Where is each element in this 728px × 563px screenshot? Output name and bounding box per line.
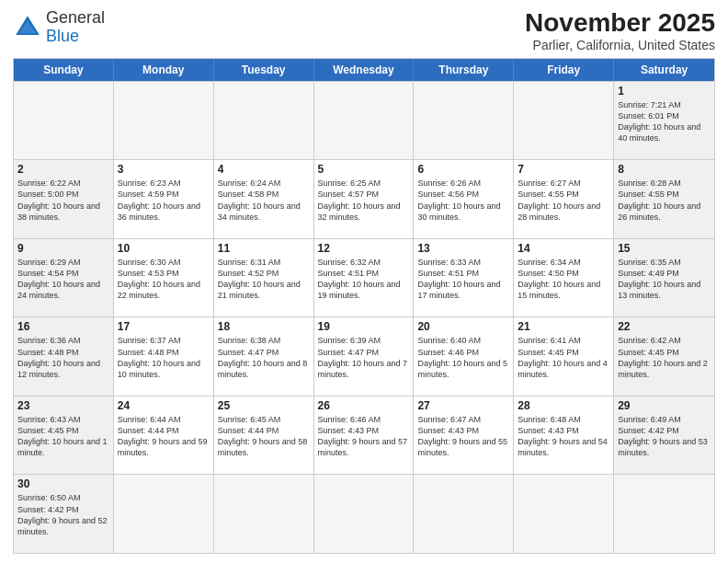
day-info: Sunrise: 6:31 AM Sunset: 4:52 PM Dayligh…	[218, 257, 310, 302]
day-info: Sunrise: 7:21 AM Sunset: 6:01 PM Dayligh…	[618, 99, 711, 144]
calendar-cell	[414, 82, 514, 160]
day-info: Sunrise: 6:28 AM Sunset: 4:55 PM Dayligh…	[618, 178, 711, 223]
day-info: Sunrise: 6:38 AM Sunset: 4:47 PM Dayligh…	[218, 335, 310, 380]
weekday-header-wednesday: Wednesday	[314, 59, 415, 81]
day-info: Sunrise: 6:22 AM Sunset: 5:00 PM Dayligh…	[17, 178, 109, 223]
day-info: Sunrise: 6:46 AM Sunset: 4:43 PM Dayligh…	[318, 414, 410, 459]
calendar-cell	[114, 82, 214, 160]
day-info: Sunrise: 6:41 AM Sunset: 4:45 PM Dayligh…	[518, 335, 609, 380]
weekday-header-tuesday: Tuesday	[214, 59, 314, 81]
logo-icon	[13, 13, 42, 42]
day-number: 10	[118, 242, 210, 255]
day-number: 13	[417, 242, 509, 255]
calendar-cell: 22Sunrise: 6:42 AM Sunset: 4:45 PM Dayli…	[614, 317, 714, 396]
weekday-header-friday: Friday	[514, 59, 614, 81]
day-number: 12	[318, 242, 410, 255]
day-info: Sunrise: 6:48 AM Sunset: 4:43 PM Dayligh…	[518, 414, 609, 459]
calendar-cell: 10Sunrise: 6:30 AM Sunset: 4:53 PM Dayli…	[114, 239, 214, 317]
day-number: 6	[417, 163, 509, 176]
day-info: Sunrise: 6:50 AM Sunset: 4:42 PM Dayligh…	[17, 492, 109, 537]
calendar-row-0: 1Sunrise: 7:21 AM Sunset: 6:01 PM Daylig…	[14, 81, 714, 160]
day-number: 23	[17, 399, 109, 412]
calendar-cell: 5Sunrise: 6:25 AM Sunset: 4:57 PM Daylig…	[314, 160, 415, 238]
day-number: 20	[417, 320, 509, 333]
day-info: Sunrise: 6:33 AM Sunset: 4:51 PM Dayligh…	[417, 257, 509, 302]
day-info: Sunrise: 6:30 AM Sunset: 4:53 PM Dayligh…	[118, 257, 210, 302]
calendar-cell	[414, 475, 514, 553]
logo-blue: Blue	[46, 28, 105, 46]
calendar-cell: 15Sunrise: 6:35 AM Sunset: 4:49 PM Dayli…	[614, 239, 714, 317]
day-number: 30	[17, 477, 109, 490]
day-info: Sunrise: 6:27 AM Sunset: 4:55 PM Dayligh…	[518, 178, 609, 223]
day-info: Sunrise: 6:42 AM Sunset: 4:45 PM Dayligh…	[618, 335, 711, 380]
day-number: 4	[218, 163, 310, 176]
calendar-cell	[214, 82, 314, 160]
weekday-header-sunday: Sunday	[14, 59, 114, 81]
calendar-cell: 14Sunrise: 6:34 AM Sunset: 4:50 PM Dayli…	[514, 239, 614, 317]
day-number: 8	[618, 163, 711, 176]
calendar-cell: 28Sunrise: 6:48 AM Sunset: 4:43 PM Dayli…	[514, 396, 614, 475]
day-number: 19	[318, 320, 410, 333]
title-block: November 2025 Parlier, California, Unite…	[525, 9, 715, 52]
weekday-header-thursday: Thursday	[414, 59, 514, 81]
calendar-cell: 26Sunrise: 6:46 AM Sunset: 4:43 PM Dayli…	[314, 396, 415, 475]
calendar-cell: 11Sunrise: 6:31 AM Sunset: 4:52 PM Dayli…	[214, 239, 314, 317]
day-number: 15	[618, 242, 711, 255]
day-number: 7	[518, 163, 609, 176]
calendar-cell	[514, 475, 614, 553]
calendar-body: 1Sunrise: 7:21 AM Sunset: 6:01 PM Daylig…	[14, 81, 714, 553]
day-number: 25	[218, 399, 310, 412]
calendar-cell: 3Sunrise: 6:23 AM Sunset: 4:59 PM Daylig…	[114, 160, 214, 238]
day-number: 17	[118, 320, 210, 333]
day-info: Sunrise: 6:23 AM Sunset: 4:59 PM Dayligh…	[118, 178, 210, 223]
calendar-cell: 8Sunrise: 6:28 AM Sunset: 4:55 PM Daylig…	[614, 160, 714, 238]
day-number: 1	[618, 85, 711, 98]
calendar-cell: 2Sunrise: 6:22 AM Sunset: 5:00 PM Daylig…	[14, 160, 114, 238]
calendar-cell	[614, 475, 714, 553]
logo: General Blue	[13, 9, 105, 46]
calendar-cell: 17Sunrise: 6:37 AM Sunset: 4:48 PM Dayli…	[114, 317, 214, 396]
day-info: Sunrise: 6:32 AM Sunset: 4:51 PM Dayligh…	[318, 257, 410, 302]
calendar-cell: 20Sunrise: 6:40 AM Sunset: 4:46 PM Dayli…	[414, 317, 514, 396]
day-info: Sunrise: 6:35 AM Sunset: 4:49 PM Dayligh…	[618, 257, 711, 302]
calendar-cell	[514, 82, 614, 160]
day-number: 14	[518, 242, 609, 255]
day-number: 2	[17, 163, 109, 176]
day-info: Sunrise: 6:45 AM Sunset: 4:44 PM Dayligh…	[218, 414, 310, 459]
calendar-row-3: 16Sunrise: 6:36 AM Sunset: 4:48 PM Dayli…	[14, 316, 714, 396]
calendar-cell: 29Sunrise: 6:49 AM Sunset: 4:42 PM Dayli…	[614, 396, 714, 475]
day-info: Sunrise: 6:25 AM Sunset: 4:57 PM Dayligh…	[318, 178, 410, 223]
calendar-subtitle: Parlier, California, United States	[525, 38, 715, 52]
calendar-cell: 25Sunrise: 6:45 AM Sunset: 4:44 PM Dayli…	[214, 396, 314, 475]
calendar: SundayMondayTuesdayWednesdayThursdayFrid…	[13, 58, 715, 554]
day-info: Sunrise: 6:37 AM Sunset: 4:48 PM Dayligh…	[118, 335, 210, 380]
day-info: Sunrise: 6:29 AM Sunset: 4:54 PM Dayligh…	[17, 257, 109, 302]
calendar-title: November 2025	[525, 9, 715, 38]
day-info: Sunrise: 6:47 AM Sunset: 4:43 PM Dayligh…	[417, 414, 509, 459]
calendar-cell: 16Sunrise: 6:36 AM Sunset: 4:48 PM Dayli…	[14, 317, 114, 396]
calendar-row-5: 30Sunrise: 6:50 AM Sunset: 4:42 PM Dayli…	[14, 474, 714, 553]
day-info: Sunrise: 6:40 AM Sunset: 4:46 PM Dayligh…	[417, 335, 509, 380]
day-info: Sunrise: 6:24 AM Sunset: 4:58 PM Dayligh…	[218, 178, 310, 223]
weekday-header-monday: Monday	[114, 59, 214, 81]
calendar-cell	[114, 475, 214, 553]
day-number: 9	[17, 242, 109, 255]
day-number: 3	[118, 163, 210, 176]
calendar-header: SundayMondayTuesdayWednesdayThursdayFrid…	[14, 59, 714, 81]
calendar-cell: 18Sunrise: 6:38 AM Sunset: 4:47 PM Dayli…	[214, 317, 314, 396]
day-number: 27	[417, 399, 509, 412]
day-number: 16	[17, 320, 109, 333]
calendar-cell: 19Sunrise: 6:39 AM Sunset: 4:47 PM Dayli…	[314, 317, 415, 396]
day-info: Sunrise: 6:34 AM Sunset: 4:50 PM Dayligh…	[518, 257, 609, 302]
day-number: 26	[318, 399, 410, 412]
header: General Blue November 2025 Parlier, Cali…	[13, 9, 715, 52]
calendar-cell: 13Sunrise: 6:33 AM Sunset: 4:51 PM Dayli…	[414, 239, 514, 317]
calendar-cell: 30Sunrise: 6:50 AM Sunset: 4:42 PM Dayli…	[14, 475, 114, 553]
calendar-cell: 6Sunrise: 6:26 AM Sunset: 4:56 PM Daylig…	[414, 160, 514, 238]
calendar-cell	[214, 475, 314, 553]
day-number: 28	[518, 399, 609, 412]
calendar-cell: 24Sunrise: 6:44 AM Sunset: 4:44 PM Dayli…	[114, 396, 214, 475]
calendar-cell: 27Sunrise: 6:47 AM Sunset: 4:43 PM Dayli…	[414, 396, 514, 475]
day-number: 21	[518, 320, 609, 333]
page: General Blue November 2025 Parlier, Cali…	[0, 0, 728, 563]
